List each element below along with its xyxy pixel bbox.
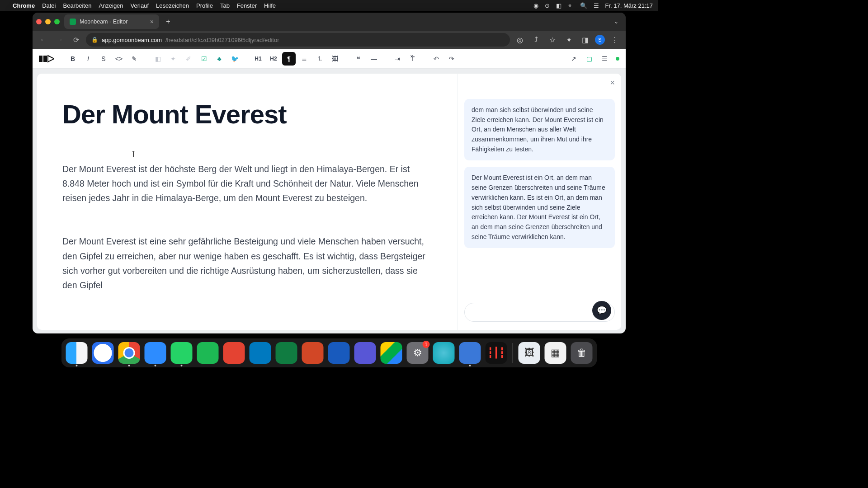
heading2-button[interactable]: H2 [267, 52, 280, 66]
nav-forward-button[interactable]: → [53, 33, 66, 46]
ai-left-icon[interactable]: ◧ [151, 52, 165, 66]
menu-tab[interactable]: Tab [220, 2, 230, 9]
dock-spotify-icon[interactable] [197, 342, 219, 364]
nav-reload-button[interactable]: ⟳ [70, 33, 82, 46]
sparkle-icon[interactable]: ✦ [166, 52, 180, 66]
dock-voicememo-icon[interactable]: ┇┃┇ [486, 342, 507, 364]
sidepanel-icon[interactable]: ◨ [579, 33, 591, 46]
dock-imovie-icon[interactable] [354, 342, 376, 364]
paragraph-1[interactable]: Der Mount Everest ist der höchste Berg d… [62, 162, 432, 206]
quote-button[interactable]: ❝ [352, 52, 365, 66]
profile-avatar[interactable]: S [595, 35, 605, 45]
macos-dock: ⚙1 ┇┃┇ 🖼 ▦ 🗑 [61, 338, 597, 367]
close-panel-button[interactable]: × [610, 78, 615, 88]
dock-trash-icon[interactable]: 🗑 [571, 342, 593, 364]
tabs-overflow-button[interactable]: ⌄ [610, 19, 622, 25]
italic-button[interactable]: I [81, 52, 95, 66]
outline-icon[interactable]: ☰ [598, 52, 611, 66]
dock-excel-icon[interactable] [276, 342, 297, 364]
browser-tab-active[interactable]: Moonbeam - Editor × [64, 14, 159, 29]
google-lens-icon[interactable]: ◎ [514, 33, 526, 46]
twitter-icon[interactable]: 🐦 [228, 52, 241, 66]
bookmark-star-icon[interactable]: ☆ [546, 33, 559, 46]
dock-screenshot-icon[interactable]: ▦ [545, 342, 566, 364]
dock-preview-icon[interactable]: 🖼 [519, 342, 540, 364]
window-close-button[interactable] [36, 19, 42, 24]
wifi-icon[interactable]: ᯤ [568, 2, 574, 9]
dock-word-icon[interactable] [328, 342, 350, 364]
dock-settings-icon[interactable]: ⚙1 [407, 342, 429, 364]
battery-icon[interactable]: ◧ [556, 2, 561, 9]
ai-side-panel: × dem man sich selbst überwinden und sei… [458, 74, 621, 330]
menu-hilfe[interactable]: Hilfe [264, 2, 276, 9]
menu-profile[interactable]: Profile [196, 2, 213, 9]
dock-separator [513, 343, 513, 363]
dock-powerpoint-icon[interactable] [302, 342, 324, 364]
settings-badge: 1 [423, 341, 430, 348]
playback-icon[interactable]: ⊙ [545, 2, 550, 9]
spotlight-icon[interactable]: 🔍 [580, 2, 587, 9]
code-button[interactable]: <> [112, 52, 126, 66]
heading1-button[interactable]: H1 [251, 52, 265, 66]
window-minimize-button[interactable] [45, 19, 51, 24]
paragraph-button[interactable]: ¶ [282, 52, 296, 66]
window-zoom-button[interactable] [54, 19, 60, 24]
redo-button[interactable]: ↷ [445, 52, 458, 66]
dock-app-teal-icon[interactable] [433, 342, 455, 364]
dock-safari-icon[interactable] [92, 342, 114, 364]
code-block-icon[interactable]: ▢ [582, 52, 596, 66]
browser-toolbar: ← → ⟳ 🔒 app.gomoonbeam.com/headstart/clf… [33, 31, 626, 49]
menu-verlauf[interactable]: Verlauf [131, 2, 149, 9]
dock-finder-icon[interactable] [66, 342, 88, 364]
kebab-menu-icon[interactable]: ⋮ [609, 33, 621, 46]
control-center-icon[interactable]: ☰ [594, 2, 599, 9]
dock-drive-icon[interactable] [381, 342, 402, 364]
document-title[interactable]: Der Mount Everest [62, 101, 432, 128]
bullet-list-button[interactable]: ≣ [297, 52, 311, 66]
dock-todoist-icon[interactable] [223, 342, 245, 364]
highlight-button[interactable]: ✎ [127, 52, 141, 66]
tab-close-button[interactable]: × [150, 18, 154, 25]
new-tab-button[interactable]: + [162, 15, 175, 28]
flame-icon[interactable]: ♣ [212, 52, 226, 66]
divider-button[interactable]: — [367, 52, 381, 66]
menu-app-name[interactable]: Chrome [13, 2, 35, 9]
extensions-icon[interactable]: ✦ [562, 33, 575, 46]
ai-message[interactable]: dem man sich selbst überwinden und seine… [464, 99, 615, 160]
menu-lesezeichen[interactable]: Lesezeichen [156, 2, 189, 9]
dock-chrome-icon[interactable] [118, 342, 140, 364]
numbered-list-button[interactable]: ⒈ [313, 52, 326, 66]
nav-back-button[interactable]: ← [37, 33, 50, 46]
help-fab-button[interactable]: 💬 [592, 301, 611, 320]
address-bar[interactable]: 🔒 app.gomoonbeam.com/headstart/clfczd39h… [86, 33, 510, 47]
app-viewport: B I S <> ✎ ◧ ✦ ✐ ☑ ♣ 🐦 H1 H2 ¶ ≣ ⒈ 🖼 ❝ —… [33, 49, 626, 333]
strikethrough-button[interactable]: S [97, 52, 110, 66]
menu-anzeigen[interactable]: Anzeigen [99, 2, 123, 9]
dock-quicktime-icon[interactable] [459, 342, 481, 364]
ai-message[interactable]: Der Mount Everest ist ein Ort, an dem ma… [464, 167, 615, 248]
browser-window: Moonbeam - Editor × + ⌄ ← → ⟳ 🔒 app.gomo… [33, 13, 626, 333]
document-editor[interactable]: Der Mount Everest I Der Mount Everest is… [37, 74, 458, 330]
menubar-clock[interactable]: Fr. 17. März 21:17 [605, 2, 653, 9]
menu-fenster[interactable]: Fenster [237, 2, 257, 9]
record-icon[interactable]: ◉ [533, 2, 538, 9]
menu-datei[interactable]: Datei [42, 2, 56, 9]
bold-button[interactable]: B [66, 52, 80, 66]
dock-whatsapp-icon[interactable] [171, 342, 193, 364]
open-external-icon[interactable]: ↗ [567, 52, 580, 66]
dock-trello-icon[interactable] [250, 342, 271, 364]
app-logo-icon[interactable] [39, 54, 55, 64]
share-icon[interactable]: ⤴ [530, 33, 542, 46]
chat-input[interactable] [472, 309, 598, 316]
menu-bearbeiten[interactable]: Bearbeiten [63, 2, 91, 9]
indent-button[interactable]: ⇥ [391, 52, 404, 66]
undo-button[interactable]: ↶ [429, 52, 443, 66]
clear-format-button[interactable]: T✕ [406, 52, 420, 66]
wand-icon[interactable]: ✐ [182, 52, 195, 66]
dock-zoom-icon[interactable] [145, 342, 166, 364]
macos-menubar: Chrome Datei Bearbeiten Anzeigen Verlauf… [0, 0, 658, 11]
paragraph-2[interactable]: Der Mount Everest ist eine sehr gefährli… [62, 234, 432, 292]
svg-rect-1 [43, 56, 47, 62]
image-button[interactable]: 🖼 [328, 52, 342, 66]
check-square-icon[interactable]: ☑ [197, 52, 211, 66]
